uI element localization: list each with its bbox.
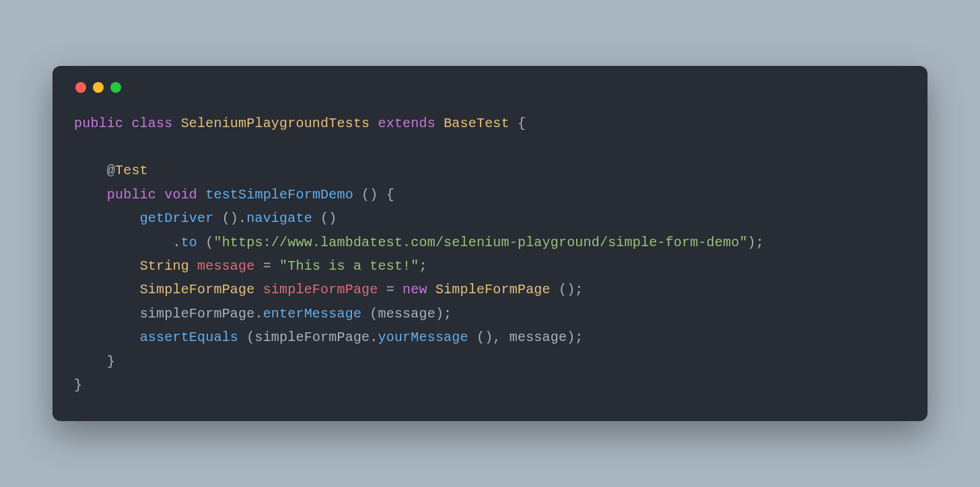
close-icon	[75, 82, 86, 93]
traffic-lights	[74, 82, 906, 93]
code-line: String message = "This is a test!";	[74, 258, 427, 274]
code-line: }	[74, 354, 115, 369]
code-line: assertEquals (simpleFormPage.yourMessage…	[74, 330, 584, 345]
minimize-icon	[93, 82, 104, 93]
code-line: simpleFormPage.enterMessage (message);	[74, 306, 452, 322]
code-line: @Test	[74, 163, 148, 178]
code-line: }	[74, 377, 82, 393]
code-window: public class SeleniumPlaygroundTests ext…	[53, 66, 928, 422]
maximize-icon	[110, 82, 121, 93]
code-block: public class SeleniumPlaygroundTests ext…	[74, 112, 906, 398]
code-line: public class SeleniumPlaygroundTests ext…	[74, 116, 526, 131]
code-line: public void testSimpleFormDemo () {	[74, 187, 394, 202]
code-line: .to ("https://www.lambdatest.com/seleniu…	[74, 235, 764, 250]
code-line: SimpleFormPage simpleFormPage = new Simp…	[74, 282, 584, 297]
code-line: getDriver ().navigate ()	[74, 211, 337, 226]
